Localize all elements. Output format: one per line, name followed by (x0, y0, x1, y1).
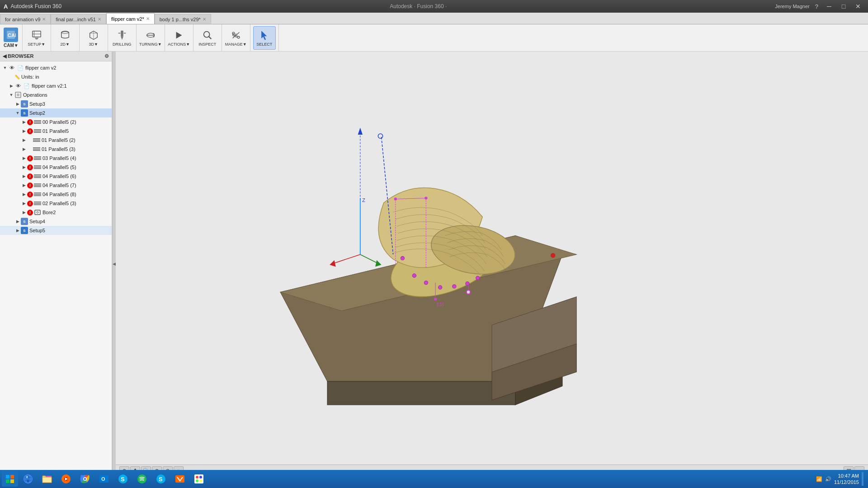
select-button[interactable]: SELECT (253, 26, 276, 50)
2d-button[interactable]: 2D▼ (54, 26, 76, 50)
3d-button[interactable]: 3D▼ (82, 26, 105, 50)
expand-icon[interactable]: ▶ (21, 137, 27, 143)
expand-icon[interactable]: ▶ (14, 101, 21, 107)
expand-icon[interactable]: ▶ (8, 83, 14, 89)
taskbar-outlook-button[interactable]: O (95, 471, 113, 487)
tree-setup2[interactable]: ▼ S Setup2 (0, 108, 112, 117)
tab-animation[interactable]: for animation v9 ✕ (0, 14, 51, 24)
taskbar-paint-button[interactable] (190, 471, 208, 487)
expand-icon[interactable]: ▶ (14, 218, 21, 225)
tree-op-01parallel5-2[interactable]: ▶ 01 Parallel5 (2) (0, 136, 112, 145)
tree-op-03parallel5-4[interactable]: ▶ ! 03 Parallel5 (4) (0, 154, 112, 163)
help-icon[interactable]: ? (815, 3, 818, 10)
setup5-label: Setup5 (29, 228, 45, 233)
expand-icon[interactable]: ▼ (8, 92, 14, 98)
tree-op-01parallel5[interactable]: ▶ ! 01 Parallel5 (0, 127, 112, 136)
expand-icon[interactable]: ▼ (14, 110, 21, 116)
tab-close-icon[interactable]: ✕ (42, 17, 46, 22)
expand-icon[interactable]: ▶ (21, 146, 27, 152)
start-button[interactable] (2, 471, 18, 487)
bore-icon (34, 209, 41, 216)
2d-section: 2D▼ (51, 24, 80, 51)
sidebar-collapse-button[interactable]: ◀ (112, 52, 116, 476)
expand-icon[interactable]: ▶ (21, 182, 27, 188)
taskbar-app-button[interactable] (171, 471, 189, 487)
tree-op-00parallel5-2[interactable]: ▶ ! 00 Parallel5 (2) (0, 117, 112, 127)
title-bar: A Autodesk Fusion 360 Autodesk · Fusion … (0, 0, 868, 13)
tab-label: final par...inch v51 (56, 17, 96, 22)
tab-flipper-cam[interactable]: flipper cam v2* ✕ (106, 13, 155, 24)
tab-close-icon[interactable]: ✕ (203, 17, 206, 22)
tab-close-icon[interactable]: ✕ (98, 17, 101, 22)
expand-icon[interactable]: ▶ (21, 164, 27, 170)
drilling-button[interactable]: DRILLING (111, 26, 133, 50)
tab-close-icon[interactable]: ✕ (146, 16, 150, 21)
app-title: Autodesk Fusion 360 (10, 3, 61, 9)
turning-label: TURNING▼ (139, 42, 162, 47)
select-icon (258, 29, 271, 42)
setup-button[interactable]: SETUP▼ (25, 26, 48, 50)
taskbar-skype-button[interactable]: S (114, 471, 132, 487)
select-section: SELECT (250, 24, 279, 51)
taskbar-ie-button[interactable]: e (19, 471, 37, 487)
setup-icon: S (21, 100, 28, 108)
expand-icon[interactable]: ▶ (21, 128, 27, 134)
visibility-icon[interactable]: 👁 (8, 64, 15, 71)
setup-icon: S (21, 227, 28, 234)
expand-icon[interactable]: ▼ (2, 65, 8, 71)
clock[interactable]: 10:47 AM 11/12/2015 (834, 473, 859, 486)
maximize-button[interactable]: □ (837, 1, 850, 11)
network-icon[interactable]: 📶 (816, 476, 822, 482)
tree-setup4[interactable]: ▶ S Setup4 (0, 217, 112, 226)
tree-setup5[interactable]: ▶ S Setup5 (0, 226, 112, 235)
tree-root[interactable]: ▼ 👁 📄 flipper cam v2 (0, 63, 112, 72)
tree-operations[interactable]: ▼ Operations (0, 90, 112, 99)
bore2-label: Bore2 (42, 210, 56, 215)
error-badge: ! (27, 210, 33, 216)
tree-units[interactable]: 📏 Units: in (0, 72, 112, 81)
tree-op-04parallel5-7[interactable]: ▶ ! 04 Parallel5 (7) (0, 181, 112, 190)
cam-label[interactable]: CAM▼ (4, 43, 19, 48)
visibility-icon[interactable]: 👁 (14, 82, 22, 89)
setup4-label: Setup4 (29, 219, 45, 224)
taskbar-explorer-button[interactable] (38, 471, 56, 487)
op-label: 04 Parallel5 (5) (42, 164, 76, 170)
taskbar-wmp-button[interactable] (57, 471, 75, 487)
tree-op-04parallel5-5[interactable]: ▶ ! 04 Parallel5 (5) (0, 163, 112, 172)
units-label: Units: in (21, 74, 39, 80)
taskbar-spotify-button[interactable] (133, 471, 151, 487)
expand-icon[interactable]: ▶ (21, 119, 27, 125)
tree-op-bore2[interactable]: ▶ ! Bore2 (0, 208, 112, 217)
viewport[interactable]: TOP FRONT RIGHT (116, 52, 868, 476)
browser-settings-icon[interactable]: ⚙ (104, 53, 109, 59)
tree-op-01parallel5-3[interactable]: ▶ 01 Parallel5 (3) (0, 145, 112, 154)
expand-icon[interactable]: ▶ (21, 155, 27, 161)
expand-icon[interactable]: ▶ (21, 209, 27, 216)
taskbar-skype2-button[interactable]: S (152, 471, 170, 487)
manage-button[interactable]: % MANAGE▼ (225, 26, 247, 50)
tree-setup3[interactable]: ▶ S Setup3 (0, 99, 112, 108)
turning-button[interactable]: TURNING▼ (139, 26, 162, 50)
expand-icon[interactable]: ▶ (14, 227, 21, 234)
minimize-button[interactable]: ─ (823, 1, 835, 11)
expand-icon[interactable]: ▶ (21, 191, 27, 197)
volume-icon[interactable]: 🔊 (825, 476, 831, 482)
show-desktop-button[interactable] (862, 472, 863, 486)
tree-op-02parallel5-3[interactable]: ▶ ! 02 Parallel5 (3) (0, 199, 112, 208)
tab-final-par[interactable]: final par...inch v51 ✕ (51, 14, 106, 24)
close-button[interactable]: ✕ (852, 1, 864, 11)
taskbar-chrome-button[interactable] (76, 471, 94, 487)
tab-body[interactable]: body 1 p...ths v29* ✕ (155, 14, 211, 24)
expand-icon[interactable]: ▶ (21, 200, 27, 206)
inspect-button[interactable]: INSPECT (196, 26, 219, 50)
tree-op-04parallel5-6[interactable]: ▶ ! 04 Parallel5 (6) (0, 172, 112, 181)
expand-icon[interactable]: ▶ (21, 173, 27, 179)
tree-flipper-v21[interactable]: ▶ 👁 📄 flipper cam v2:1 (0, 81, 112, 90)
tab-bar: for animation v9 ✕ final par...inch v51 … (0, 13, 868, 24)
drilling-icon (116, 29, 128, 42)
doc-icon: 📄 (23, 82, 30, 89)
tree-op-04parallel5-8[interactable]: ▶ ! 04 Parallel5 (8) (0, 190, 112, 199)
window-subtitle: Autodesk · Fusion 360 · (61, 3, 775, 9)
actions-button[interactable]: ACTIONS▼ (168, 26, 190, 50)
svg-marker-10 (121, 37, 123, 40)
